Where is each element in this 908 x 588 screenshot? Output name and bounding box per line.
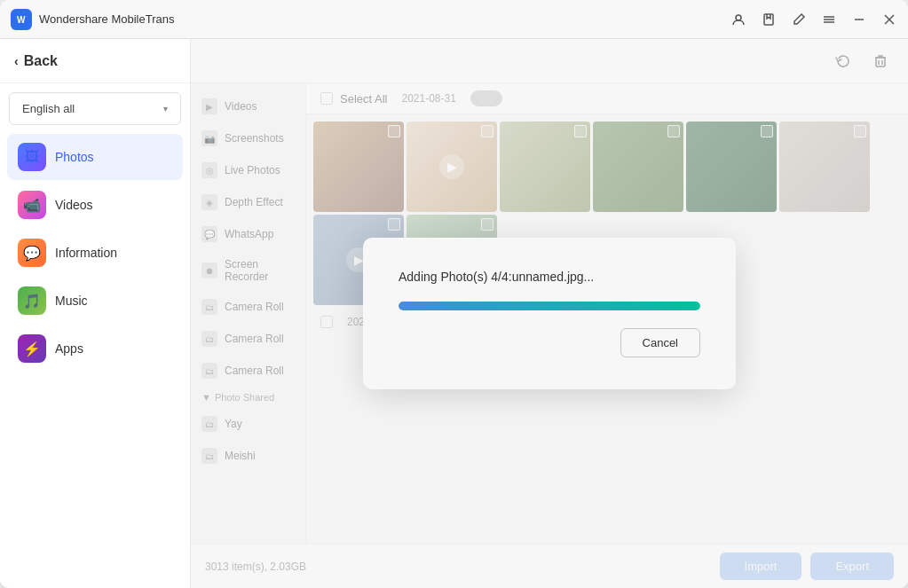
sidebar-item-label-apps: Apps bbox=[55, 341, 83, 356]
sidebar-item-apps[interactable]: ⚡ Apps bbox=[7, 325, 183, 372]
cancel-button[interactable]: Cancel bbox=[620, 328, 700, 357]
sidebar-item-photos[interactable]: 🖼 Photos bbox=[7, 134, 183, 180]
main-content: ‹ Back English all ▾ 🖼 Photos 📹 Videos 💬 bbox=[0, 39, 908, 588]
sidebar-item-information[interactable]: 💬 Information bbox=[7, 230, 183, 276]
minimize-icon[interactable] bbox=[851, 12, 867, 27]
sidebar-item-videos[interactable]: 📹 Videos bbox=[7, 182, 183, 228]
music-icon: 🎵 bbox=[18, 286, 46, 315]
content-area: ▶ Videos 📷 Screenshots ◎ Live Photos ◈ D… bbox=[191, 39, 908, 588]
app-window: W Wondershare MobileTrans bbox=[0, 0, 908, 588]
sidebar-item-music[interactable]: 🎵 Music bbox=[7, 278, 183, 324]
svg-rect-3 bbox=[764, 14, 773, 25]
chevron-down-icon: ▾ bbox=[163, 104, 168, 114]
modal-overlay: Adding Photo(s) 4/4:unnamed.jpg... Cance… bbox=[191, 39, 908, 588]
back-label: Back bbox=[24, 53, 58, 69]
sidebar: ‹ Back English all ▾ 🖼 Photos 📹 Videos 💬 bbox=[0, 39, 191, 588]
back-header[interactable]: ‹ Back bbox=[0, 39, 190, 83]
edit-icon[interactable] bbox=[791, 12, 807, 27]
info-icon: 💬 bbox=[18, 239, 46, 267]
language-label: English all bbox=[22, 102, 75, 115]
modal-box: Adding Photo(s) 4/4:unnamed.jpg... Cance… bbox=[363, 238, 736, 389]
progress-bar-container bbox=[399, 302, 700, 310]
sidebar-item-label-photos: Photos bbox=[55, 150, 94, 164]
modal-actions: Cancel bbox=[399, 328, 700, 357]
svg-point-2 bbox=[736, 15, 741, 20]
menu-icon[interactable] bbox=[821, 12, 837, 27]
sidebar-item-label-videos: Videos bbox=[55, 198, 93, 212]
profile-icon[interactable] bbox=[730, 12, 746, 27]
svg-text:W: W bbox=[17, 15, 26, 25]
back-arrow-icon: ‹ bbox=[14, 54, 19, 68]
apps-icon: ⚡ bbox=[18, 334, 46, 363]
sidebar-item-label-music: Music bbox=[55, 294, 88, 308]
videos-icon: 📹 bbox=[18, 191, 46, 219]
app-title: Wondershare MobileTrans bbox=[39, 12, 730, 26]
title-bar: W Wondershare MobileTrans bbox=[0, 0, 908, 39]
app-logo: W bbox=[11, 9, 32, 30]
close-icon[interactable] bbox=[881, 12, 897, 27]
sidebar-item-label-information: Information bbox=[55, 246, 117, 260]
progress-bar-fill bbox=[399, 302, 700, 310]
photos-icon: 🖼 bbox=[18, 143, 46, 171]
window-controls bbox=[730, 12, 897, 27]
modal-title: Adding Photo(s) 4/4:unnamed.jpg... bbox=[399, 270, 700, 284]
nav-items: 🖼 Photos 📹 Videos 💬 Information 🎵 Music … bbox=[0, 130, 190, 375]
language-selector[interactable]: English all ▾ bbox=[9, 92, 181, 125]
bookmark-icon[interactable] bbox=[761, 12, 777, 27]
